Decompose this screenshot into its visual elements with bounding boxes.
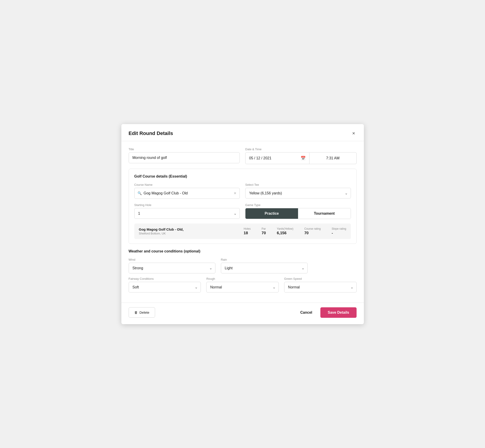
date-field[interactable]: 05 / 12 / 2021 📅 [245, 152, 309, 164]
edit-round-modal: Edit Round Details × Title Date & Time 0… [121, 124, 364, 324]
title-datetime-row: Title Date & Time 05 / 12 / 2021 📅 7:31 … [129, 147, 356, 164]
yards-value: 6,156 [277, 231, 287, 235]
trash-icon: 🗑 [134, 311, 138, 314]
modal-title: Edit Round Details [129, 130, 173, 136]
slope-label: Slope rating [331, 227, 346, 230]
time-value: 7:31 AM [326, 156, 340, 160]
slope-value: - [331, 231, 333, 235]
starting-hole-wrapper: 12345 678910 ⌄ [134, 208, 240, 219]
datetime-group: Date & Time 05 / 12 / 2021 📅 7:31 AM [245, 147, 356, 164]
weather-section: Weather and course conditions (optional)… [129, 249, 356, 293]
wind-group: Wind NoneLightModerateStrong ⌄ [129, 258, 215, 273]
fairway-label: Fairway Conditions [129, 277, 201, 280]
starting-hole-dropdown[interactable]: 12345 678910 [134, 208, 240, 219]
wind-label: Wind [129, 258, 215, 261]
course-name-label: Course Name [134, 183, 240, 186]
cancel-button[interactable]: Cancel [297, 308, 316, 318]
rain-wrapper: NoneLightModerateHeavy ⌄ [221, 263, 308, 273]
yards-stat: Yards(Yellow) 6,156 [277, 227, 293, 235]
footer-right: Cancel Save Details [297, 307, 356, 318]
game-type-toggle: Practice Tournament [245, 208, 351, 219]
modal-footer: 🗑 Delete Cancel Save Details [121, 303, 364, 324]
delete-button[interactable]: 🗑 Delete [129, 307, 155, 318]
rough-label: Rough [206, 277, 279, 280]
course-info-name: Gog Magog Golf Club - Old, [139, 227, 244, 231]
delete-label: Delete [140, 311, 149, 314]
fairway-group: Fairway Conditions SoftNormalHard ⌄ [129, 277, 201, 293]
starting-hole-label: Starting Hole [134, 203, 240, 207]
rain-label: Rain [221, 258, 308, 261]
course-tee-row: Course Name 🔍 ✕ Select Tee Yellow (6,156… [134, 183, 351, 199]
date-time-wrapper: 05 / 12 / 2021 📅 7:31 AM [245, 152, 356, 164]
rough-group: Rough SoftNormalHard ⌄ [206, 277, 279, 293]
green-speed-group: Green Speed SlowNormalFast ⌄ [284, 277, 356, 293]
title-group: Title [129, 147, 240, 164]
holes-stat: Holes 18 [244, 227, 251, 235]
search-icon: 🔍 [137, 191, 142, 195]
course-clear-button[interactable]: ✕ [234, 191, 237, 195]
calendar-icon: 📅 [300, 156, 306, 161]
course-name-input[interactable] [134, 188, 240, 199]
golf-section: Golf Course details (Essential) Course N… [129, 169, 356, 244]
wind-wrapper: NoneLightModerateStrong ⌄ [129, 263, 215, 273]
hole-gametype-row: Starting Hole 12345 678910 ⌄ Game Type P… [134, 203, 351, 219]
tournament-button[interactable]: Tournament [298, 208, 351, 219]
game-type-label: Game Type [245, 203, 351, 207]
yards-label: Yards(Yellow) [277, 227, 293, 230]
green-speed-dropdown[interactable]: SlowNormalFast [284, 282, 356, 293]
course-name-group: Course Name 🔍 ✕ [134, 183, 240, 199]
fairway-wrapper: SoftNormalHard ⌄ [129, 282, 201, 293]
rain-dropdown[interactable]: NoneLightModerateHeavy [221, 263, 308, 273]
slope-stat: Slope rating - [331, 227, 346, 235]
rating-value: 70 [304, 231, 308, 235]
rough-wrapper: SoftNormalHard ⌄ [206, 282, 279, 293]
modal-header: Edit Round Details × [121, 124, 364, 141]
date-value: 05 / 12 / 2021 [249, 156, 271, 160]
rating-stat: Course rating 70 [304, 227, 321, 235]
datetime-label: Date & Time [245, 147, 356, 151]
starting-hole-group: Starting Hole 12345 678910 ⌄ [134, 203, 240, 219]
select-tee-label: Select Tee [245, 183, 351, 186]
select-tee-group: Select Tee Yellow (6,156 yards) White Re… [245, 183, 351, 199]
green-speed-wrapper: SlowNormalFast ⌄ [284, 282, 356, 293]
par-value: 70 [262, 231, 266, 235]
save-button[interactable]: Save Details [320, 307, 356, 318]
title-input[interactable] [129, 152, 240, 163]
modal-body: Title Date & Time 05 / 12 / 2021 📅 7:31 … [121, 141, 364, 302]
rating-label: Course rating [304, 227, 321, 230]
course-info-left: Gog Magog Golf Club - Old, Shelford Bott… [139, 227, 244, 235]
close-button[interactable]: × [351, 130, 356, 136]
rain-group: Rain NoneLightModerateHeavy ⌄ [221, 258, 308, 273]
spacer [313, 258, 356, 273]
par-label: Par [262, 227, 266, 230]
practice-button[interactable]: Practice [245, 208, 298, 219]
title-label: Title [129, 147, 240, 151]
green-speed-label: Green Speed [284, 277, 356, 280]
course-stats: Holes 18 Par 70 Yards(Yellow) 6,156 Cour… [244, 227, 346, 235]
rough-dropdown[interactable]: SoftNormalHard [206, 282, 279, 293]
wind-rain-row: Wind NoneLightModerateStrong ⌄ Rain None… [129, 258, 356, 273]
fairway-dropdown[interactable]: SoftNormalHard [129, 282, 201, 293]
select-tee-dropdown[interactable]: Yellow (6,156 yards) White Red Blue [245, 188, 351, 199]
holes-value: 18 [244, 231, 248, 235]
time-field[interactable]: 7:31 AM [309, 152, 356, 164]
game-type-group: Game Type Practice Tournament [245, 203, 351, 219]
golf-section-title: Golf Course details (Essential) [134, 174, 351, 178]
select-tee-wrapper: Yellow (6,156 yards) White Red Blue ⌄ [245, 188, 351, 199]
wind-dropdown[interactable]: NoneLightModerateStrong [129, 263, 215, 273]
course-info-location: Shelford Bottom, UK [139, 232, 244, 235]
par-stat: Par 70 [262, 227, 266, 235]
weather-section-title: Weather and course conditions (optional) [129, 249, 356, 253]
course-search-wrapper: 🔍 ✕ [134, 188, 240, 199]
holes-label: Holes [244, 227, 251, 230]
fairway-rough-green-row: Fairway Conditions SoftNormalHard ⌄ Roug… [129, 277, 356, 293]
course-info-bar: Gog Magog Golf Club - Old, Shelford Bott… [134, 224, 351, 239]
